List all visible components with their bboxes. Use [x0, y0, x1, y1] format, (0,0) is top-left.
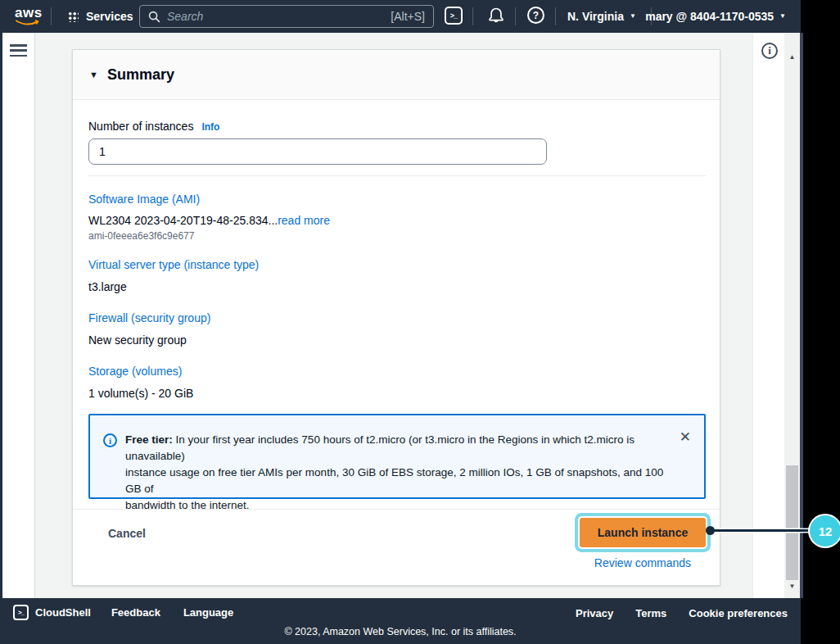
search-icon: [148, 11, 160, 23]
hamburger-menu-button[interactable]: [10, 44, 27, 57]
review-commands-link[interactable]: Review commands: [580, 556, 706, 569]
section-link-storage[interactable]: Storage (volumes): [88, 365, 182, 378]
info-icon: i: [768, 44, 771, 57]
help-icon-glyph: ?: [533, 10, 539, 21]
footer-terms-link[interactable]: Terms: [635, 607, 666, 619]
global-search-input[interactable]: Search [Alt+S]: [139, 5, 434, 28]
aws-top-nav: aws Services Search [Alt+S] >_: [0, 0, 801, 33]
help-button[interactable]: ?: [527, 7, 544, 24]
summary-body: Number of instances Info Software Image …: [73, 100, 720, 499]
storage-value: 1 volume(s) - 20 GiB: [88, 387, 704, 400]
footer-cookie-preferences-link[interactable]: Cookie preferences: [689, 607, 788, 619]
account-label: mary @ 8404-1170-0535: [645, 10, 774, 23]
footer-copyright: © 2023, Amazon Web Services, Inc. or its…: [0, 626, 801, 637]
nav-divider: [555, 7, 556, 25]
alert-info-icon: i: [103, 433, 117, 447]
ami-name-value: WL2304 2023-04-20T19-48-25.834...read mo…: [88, 214, 704, 227]
free-tier-line-1-text: In your first year includes 750 hours of…: [125, 433, 635, 462]
read-more-link[interactable]: read more: [278, 214, 330, 227]
footer-feedback-link[interactable]: Feedback: [111, 606, 160, 619]
notifications-icon: [486, 6, 506, 27]
services-label: Services: [86, 10, 133, 23]
search-shortcut-hint: [Alt+S]: [391, 10, 425, 23]
footer-language-link[interactable]: Language: [183, 606, 233, 619]
ami-id-value: ami-0feeea6e3f6c9e677: [88, 230, 704, 242]
footer-privacy-link[interactable]: Privacy: [576, 607, 613, 619]
summary-title: Summary: [107, 66, 174, 84]
instances-label-row: Number of instances Info: [88, 120, 704, 133]
vertical-scrollbar[interactable]: ▲ ▼: [784, 33, 800, 598]
caret-down-icon: ▼: [630, 13, 636, 20]
account-menu[interactable]: mary @ 8404-1170-0535 ▼: [645, 10, 786, 23]
summary-header-toggle[interactable]: ▼ Summary: [73, 50, 720, 100]
free-tier-alert: i Free tier: In your first year includes…: [88, 414, 706, 499]
collapse-caret-icon: ▼: [89, 70, 98, 79]
info-panel-button[interactable]: i: [761, 43, 778, 59]
footer-right-group: Privacy Terms Cookie preferences: [576, 607, 788, 619]
annotation-connector-dot: [706, 526, 715, 535]
nav-divider: [515, 7, 516, 25]
instance-type-value: t3.large: [88, 280, 704, 293]
cloudshell-icon: >_: [445, 7, 463, 25]
section-link-software-image[interactable]: Software Image (AMI): [88, 193, 200, 206]
section-link-instance-type[interactable]: Virtual server type (instance type): [88, 258, 259, 271]
info-panel-collapsed: i: [752, 33, 784, 598]
screenshot-stage: aws Services Search [Alt+S] >_: [0, 0, 840, 644]
annotation-step-badge: 12: [810, 515, 840, 546]
cloudshell-button[interactable]: >_: [445, 7, 463, 25]
services-menu-button[interactable]: Services: [67, 7, 133, 25]
free-tier-title: Free tier:: [125, 433, 173, 446]
aws-logo[interactable]: aws: [15, 6, 43, 27]
side-nav-collapsed: [2, 33, 35, 598]
window-right-edge: [800, 33, 803, 598]
aws-smile-icon: [16, 20, 42, 27]
footer-cloudshell-link[interactable]: CloudShell: [35, 606, 91, 619]
alert-info-glyph: i: [109, 436, 111, 446]
scrollbar-thumb[interactable]: [786, 465, 798, 580]
instance-count-input[interactable]: [88, 138, 547, 165]
console-footer: >_ CloudShell Feedback Language Privacy …: [0, 598, 801, 644]
region-label: N. Virginia: [567, 10, 624, 23]
annotation-connector-line: [711, 529, 812, 532]
nav-divider: [51, 7, 52, 25]
scroll-up-button[interactable]: ▲: [784, 51, 800, 64]
notifications-button[interactable]: [486, 6, 506, 27]
free-tier-line-1: Free tier: In your first year includes 7…: [125, 432, 668, 465]
security-group-value: New security group: [88, 333, 704, 347]
cancel-button[interactable]: Cancel: [108, 527, 146, 540]
search-placeholder: Search: [167, 10, 384, 23]
scroll-down-button[interactable]: ▼: [784, 580, 800, 593]
alert-close-icon[interactable]: ✕: [680, 430, 691, 444]
region-selector[interactable]: N. Virginia ▼: [567, 10, 636, 23]
instances-info-link[interactable]: Info: [201, 121, 219, 133]
aws-console-window: aws Services Search [Alt+S] >_: [0, 0, 801, 644]
help-icon: ?: [527, 7, 544, 24]
free-tier-text: Free tier: In your first year includes 7…: [125, 432, 668, 497]
summary-footer: Cancel Launch instance Review commands: [73, 509, 720, 586]
nav-divider: [472, 7, 473, 25]
services-grid-icon: [67, 11, 79, 22]
aws-logo-text: aws: [15, 5, 43, 20]
ami-name-text: WL2304 2023-04-20T19-48-25.834...: [88, 214, 278, 227]
launch-instance-button[interactable]: Launch instance: [580, 518, 706, 547]
caret-down-icon: ▼: [779, 13, 786, 20]
instances-label: Number of instances: [88, 120, 193, 133]
annotation-step-number: 12: [819, 524, 833, 538]
free-tier-line-2: instance usage on free tier AMIs per mon…: [125, 465, 668, 497]
cloudshell-icon: >_: [13, 605, 29, 620]
section-link-security-group[interactable]: Firewall (security group): [88, 311, 210, 324]
footer-left-group: >_ CloudShell Feedback Language: [13, 605, 233, 620]
summary-panel: ▼ Summary Number of instances Info Softw…: [72, 49, 720, 586]
section-divider: [88, 175, 706, 176]
